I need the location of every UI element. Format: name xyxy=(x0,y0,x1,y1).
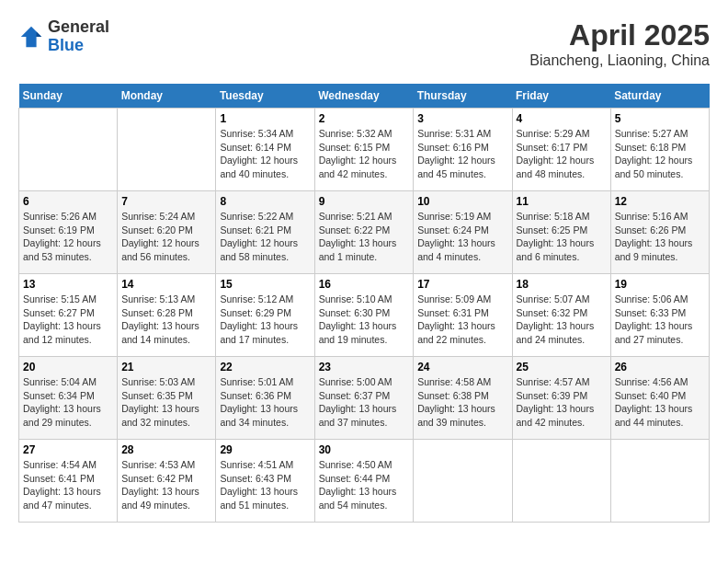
calendar-cell: 24Sunrise: 4:58 AM Sunset: 6:38 PM Dayli… xyxy=(414,357,512,440)
day-number: 28 xyxy=(121,443,211,456)
logo-text: General Blue xyxy=(48,18,109,55)
day-number: 14 xyxy=(121,278,211,291)
calendar-cell: 25Sunrise: 4:57 AM Sunset: 6:39 PM Dayli… xyxy=(512,357,610,440)
day-info: Sunrise: 5:09 AM Sunset: 6:31 PM Dayligh… xyxy=(417,293,507,347)
calendar-cell: 12Sunrise: 5:16 AM Sunset: 6:26 PM Dayli… xyxy=(610,191,709,274)
calendar-cell xyxy=(512,440,610,523)
day-info: Sunrise: 5:22 AM Sunset: 6:21 PM Dayligh… xyxy=(220,210,310,264)
calendar-cell xyxy=(19,109,118,191)
day-info: Sunrise: 5:16 AM Sunset: 6:26 PM Dayligh… xyxy=(615,210,705,264)
day-number: 23 xyxy=(319,361,410,373)
calendar-cell: 26Sunrise: 4:56 AM Sunset: 6:40 PM Dayli… xyxy=(610,357,709,440)
day-number: 20 xyxy=(23,361,113,373)
week-row-1: 1Sunrise: 5:34 AM Sunset: 6:14 PM Daylig… xyxy=(19,109,710,191)
day-info: Sunrise: 5:26 AM Sunset: 6:19 PM Dayligh… xyxy=(23,210,113,264)
calendar-cell xyxy=(610,440,709,523)
day-number: 21 xyxy=(121,361,211,373)
calendar-cell: 30Sunrise: 4:50 AM Sunset: 6:44 PM Dayli… xyxy=(314,440,414,523)
day-info: Sunrise: 5:07 AM Sunset: 6:32 PM Dayligh… xyxy=(517,293,607,347)
day-info: Sunrise: 4:50 AM Sunset: 6:44 PM Dayligh… xyxy=(319,458,410,512)
day-info: Sunrise: 4:58 AM Sunset: 6:38 PM Dayligh… xyxy=(417,375,507,430)
page-header: General Blue April 2025 Biancheng, Liaon… xyxy=(18,18,710,69)
day-number: 8 xyxy=(220,195,310,208)
day-info: Sunrise: 5:06 AM Sunset: 6:33 PM Dayligh… xyxy=(615,293,705,347)
day-info: Sunrise: 5:10 AM Sunset: 6:30 PM Dayligh… xyxy=(319,293,410,347)
day-info: Sunrise: 5:00 AM Sunset: 6:37 PM Dayligh… xyxy=(319,375,410,430)
calendar-cell: 3Sunrise: 5:31 AM Sunset: 6:16 PM Daylig… xyxy=(414,109,512,191)
header-row: SundayMondayTuesdayWednesdayThursdayFrid… xyxy=(19,84,710,109)
day-info: Sunrise: 5:19 AM Sunset: 6:24 PM Dayligh… xyxy=(417,210,507,264)
day-info: Sunrise: 4:53 AM Sunset: 6:42 PM Dayligh… xyxy=(121,458,211,512)
column-header-saturday: Saturday xyxy=(610,84,709,109)
calendar-cell: 20Sunrise: 5:04 AM Sunset: 6:34 PM Dayli… xyxy=(19,357,118,440)
calendar-cell: 14Sunrise: 5:13 AM Sunset: 6:28 PM Dayli… xyxy=(118,274,216,357)
calendar-cell: 21Sunrise: 5:03 AM Sunset: 6:35 PM Dayli… xyxy=(118,357,216,440)
week-row-2: 6Sunrise: 5:26 AM Sunset: 6:19 PM Daylig… xyxy=(19,191,710,274)
calendar-cell: 4Sunrise: 5:29 AM Sunset: 6:17 PM Daylig… xyxy=(512,109,610,191)
calendar-cell: 22Sunrise: 5:01 AM Sunset: 6:36 PM Dayli… xyxy=(216,357,314,440)
calendar-cell: 7Sunrise: 5:24 AM Sunset: 6:20 PM Daylig… xyxy=(118,191,216,274)
day-number: 25 xyxy=(517,361,607,373)
day-number: 12 xyxy=(615,195,705,208)
calendar-cell: 1Sunrise: 5:34 AM Sunset: 6:14 PM Daylig… xyxy=(216,109,314,191)
calendar-cell: 27Sunrise: 4:54 AM Sunset: 6:41 PM Dayli… xyxy=(19,440,118,523)
calendar-cell: 5Sunrise: 5:27 AM Sunset: 6:18 PM Daylig… xyxy=(610,109,709,191)
day-number: 19 xyxy=(615,278,705,291)
day-info: Sunrise: 5:15 AM Sunset: 6:27 PM Dayligh… xyxy=(23,293,113,347)
day-number: 22 xyxy=(220,361,310,373)
day-info: Sunrise: 5:34 AM Sunset: 6:14 PM Dayligh… xyxy=(220,127,310,181)
day-info: Sunrise: 5:03 AM Sunset: 6:35 PM Dayligh… xyxy=(121,375,211,430)
calendar-cell: 17Sunrise: 5:09 AM Sunset: 6:31 PM Dayli… xyxy=(414,274,512,357)
day-info: Sunrise: 5:32 AM Sunset: 6:15 PM Dayligh… xyxy=(319,127,410,181)
day-number: 13 xyxy=(23,278,113,291)
day-number: 4 xyxy=(517,112,607,125)
day-info: Sunrise: 5:12 AM Sunset: 6:29 PM Dayligh… xyxy=(220,293,310,347)
week-row-3: 13Sunrise: 5:15 AM Sunset: 6:27 PM Dayli… xyxy=(19,274,710,357)
day-number: 18 xyxy=(517,278,607,291)
day-number: 24 xyxy=(417,361,507,373)
day-number: 30 xyxy=(319,443,410,456)
column-header-friday: Friday xyxy=(512,84,610,109)
day-info: Sunrise: 4:57 AM Sunset: 6:39 PM Dayligh… xyxy=(517,375,607,430)
day-number: 15 xyxy=(220,278,310,291)
day-number: 10 xyxy=(417,195,507,208)
calendar-title: April 2025 xyxy=(529,18,710,52)
day-number: 17 xyxy=(417,278,507,291)
day-info: Sunrise: 5:04 AM Sunset: 6:34 PM Dayligh… xyxy=(23,375,113,430)
day-info: Sunrise: 4:56 AM Sunset: 6:40 PM Dayligh… xyxy=(615,375,705,430)
day-number: 9 xyxy=(319,195,410,208)
calendar-cell: 16Sunrise: 5:10 AM Sunset: 6:30 PM Dayli… xyxy=(314,274,414,357)
column-header-thursday: Thursday xyxy=(414,84,512,109)
day-number: 2 xyxy=(319,112,410,125)
day-number: 27 xyxy=(23,443,113,456)
calendar-table: SundayMondayTuesdayWednesdayThursdayFrid… xyxy=(18,84,710,523)
calendar-cell: 29Sunrise: 4:51 AM Sunset: 6:43 PM Dayli… xyxy=(216,440,314,523)
day-info: Sunrise: 5:18 AM Sunset: 6:25 PM Dayligh… xyxy=(517,210,607,264)
day-info: Sunrise: 5:21 AM Sunset: 6:22 PM Dayligh… xyxy=(319,210,410,264)
day-info: Sunrise: 4:51 AM Sunset: 6:43 PM Dayligh… xyxy=(220,458,310,512)
day-number: 16 xyxy=(319,278,410,291)
day-number: 7 xyxy=(121,195,211,208)
day-number: 3 xyxy=(417,112,507,125)
calendar-cell: 13Sunrise: 5:15 AM Sunset: 6:27 PM Dayli… xyxy=(19,274,118,357)
calendar-cell: 19Sunrise: 5:06 AM Sunset: 6:33 PM Dayli… xyxy=(610,274,709,357)
svg-marker-1 xyxy=(37,31,42,37)
column-header-wednesday: Wednesday xyxy=(314,84,414,109)
calendar-cell: 18Sunrise: 5:07 AM Sunset: 6:32 PM Dayli… xyxy=(512,274,610,357)
logo-general: General xyxy=(48,18,109,37)
logo: General Blue xyxy=(18,18,109,55)
calendar-cell: 8Sunrise: 5:22 AM Sunset: 6:21 PM Daylig… xyxy=(216,191,314,274)
calendar-cell: 28Sunrise: 4:53 AM Sunset: 6:42 PM Dayli… xyxy=(118,440,216,523)
day-number: 5 xyxy=(615,112,705,125)
calendar-cell: 10Sunrise: 5:19 AM Sunset: 6:24 PM Dayli… xyxy=(414,191,512,274)
logo-blue: Blue xyxy=(48,37,109,55)
week-row-5: 27Sunrise: 4:54 AM Sunset: 6:41 PM Dayli… xyxy=(19,440,710,523)
day-info: Sunrise: 4:54 AM Sunset: 6:41 PM Dayligh… xyxy=(23,458,113,512)
day-info: Sunrise: 5:01 AM Sunset: 6:36 PM Dayligh… xyxy=(220,375,310,430)
title-area: April 2025 Biancheng, Liaoning, China xyxy=(529,18,710,69)
day-number: 29 xyxy=(220,443,310,456)
calendar-cell xyxy=(118,109,216,191)
calendar-cell: 23Sunrise: 5:00 AM Sunset: 6:37 PM Dayli… xyxy=(314,357,414,440)
column-header-sunday: Sunday xyxy=(19,84,118,109)
day-number: 6 xyxy=(23,195,113,208)
